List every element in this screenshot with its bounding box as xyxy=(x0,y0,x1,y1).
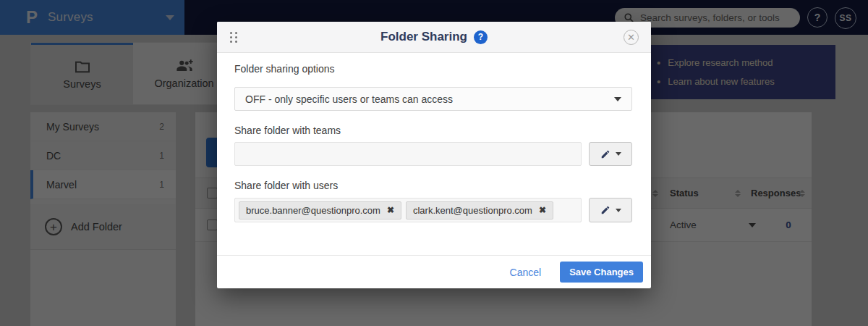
user-tag-email: clark.kent@questionpro.com xyxy=(413,205,532,216)
share-users-input[interactable]: bruce.banner@questionpro.com ✖ clark.ken… xyxy=(234,198,582,222)
chevron-down-icon xyxy=(614,97,621,101)
sharing-options-value: OFF - only specific users or teams can a… xyxy=(245,93,453,105)
modal-footer: Cancel Save Changes xyxy=(217,255,651,288)
user-tag-email: bruce.banner@questionpro.com xyxy=(246,205,380,216)
edit-users-button[interactable] xyxy=(589,198,632,222)
modal-header: Folder Sharing ? ✕ xyxy=(217,22,651,53)
surveys-page: P Surveys Search surveys, folders, or to… xyxy=(0,0,868,326)
sharing-options-select[interactable]: OFF - only specific users or teams can a… xyxy=(234,87,632,111)
chevron-down-icon xyxy=(616,209,621,212)
edit-teams-button[interactable] xyxy=(589,142,632,166)
save-changes-button[interactable]: Save Changes xyxy=(560,262,643,283)
share-teams-label: Share folder with teams xyxy=(234,125,341,136)
remove-tag-icon[interactable]: ✖ xyxy=(539,205,546,215)
user-tag: bruce.banner@questionpro.com ✖ xyxy=(239,201,401,220)
chevron-down-icon xyxy=(616,152,621,156)
cancel-button[interactable]: Cancel xyxy=(510,267,542,278)
sharing-options-label: Folder sharing options xyxy=(234,63,335,75)
close-icon[interactable]: ✕ xyxy=(624,30,639,45)
pencil-icon xyxy=(600,149,610,159)
remove-tag-icon[interactable]: ✖ xyxy=(387,205,394,215)
share-users-label: Share folder with users xyxy=(234,180,338,191)
share-teams-input[interactable] xyxy=(234,142,582,166)
pencil-icon xyxy=(600,205,610,215)
user-tag: clark.kent@questionpro.com ✖ xyxy=(406,201,553,220)
modal-title: Folder Sharing xyxy=(380,30,467,44)
folder-sharing-modal: Folder Sharing ? ✕ Folder sharing option… xyxy=(217,22,651,288)
modal-help-icon[interactable]: ? xyxy=(474,30,488,44)
